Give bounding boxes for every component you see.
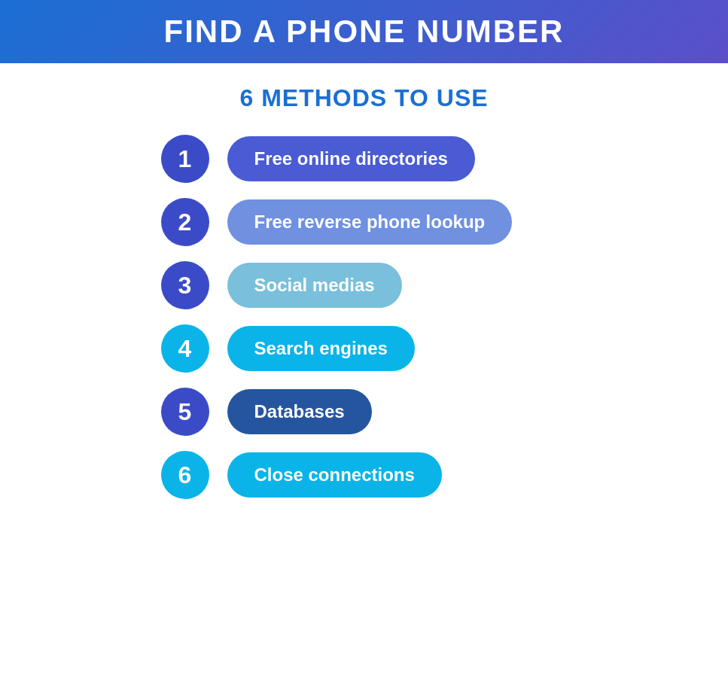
method-number-5: 5 <box>161 388 209 436</box>
method-label-3: Social medias <box>227 263 402 308</box>
method-item-3: 3Social medias <box>161 261 402 309</box>
method-number-4: 4 <box>161 324 209 373</box>
method-label-6: Close connections <box>227 452 442 498</box>
method-item-5: 5Databases <box>161 388 372 436</box>
method-item-6: 6Close connections <box>161 451 442 499</box>
method-item-2: 2Free reverse phone lookup <box>161 198 513 246</box>
method-number-3: 3 <box>161 261 209 309</box>
methods-list: 1Free online directories2Free reverse ph… <box>101 135 628 499</box>
method-number-1: 1 <box>161 135 209 183</box>
method-label-2: Free reverse phone lookup <box>227 199 513 245</box>
method-label-1: Free online directories <box>227 136 475 181</box>
method-item-1: 1Free online directories <box>161 135 475 183</box>
main-title: FIND A PHONE NUMBER <box>30 14 698 50</box>
subtitle: 6 METHODS TO USE <box>239 84 488 112</box>
method-item-4: 4Search engines <box>161 324 415 373</box>
method-number-2: 2 <box>161 198 209 246</box>
method-label-4: Search engines <box>227 326 415 371</box>
method-number-6: 6 <box>161 451 209 499</box>
method-label-5: Databases <box>227 389 372 434</box>
header-banner: FIND A PHONE NUMBER <box>0 0 728 63</box>
